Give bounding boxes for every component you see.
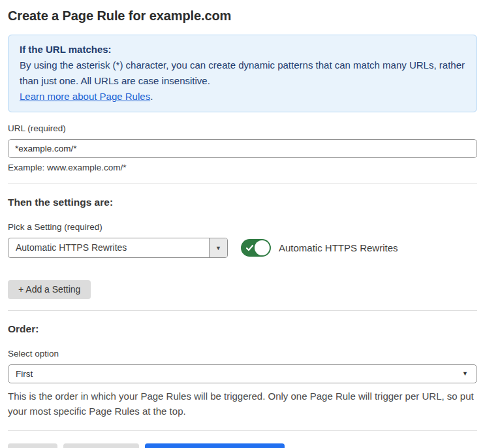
setting-picker-row: Automatic HTTPS Rewrites ▼ Automatic HTT…	[8, 238, 477, 258]
page-title: Create a Page Rule for example.com	[8, 8, 477, 24]
toggle-knob	[255, 240, 270, 255]
url-field-label: URL (required)	[8, 123, 477, 133]
order-help-text: This is the order in which your Page Rul…	[8, 389, 477, 419]
setting-dropdown[interactable]: Automatic HTTPS Rewrites ▼	[8, 238, 228, 258]
setting-toggle-group: Automatic HTTPS Rewrites	[241, 239, 398, 257]
setting-dropdown-caret-button[interactable]: ▼	[209, 238, 227, 257]
cancel-button[interactable]: Cancel	[8, 443, 57, 448]
order-select-value: First	[8, 365, 477, 383]
info-box-body: By using the asterisk (*) character, you…	[20, 57, 465, 89]
footer-actions: Cancel Save as Draft Save and Deploy Pag…	[8, 443, 477, 448]
toggle-label: Automatic HTTPS Rewrites	[279, 242, 398, 253]
order-section-heading: Order:	[8, 323, 477, 335]
save-and-deploy-button[interactable]: Save and Deploy Page Rule	[145, 443, 285, 448]
divider	[8, 430, 477, 431]
setting-dropdown-value: Automatic HTTPS Rewrites	[8, 238, 209, 257]
caret-down-icon: ▼	[462, 365, 468, 383]
url-matches-info-box: If the URL matches: By using the asteris…	[8, 35, 477, 112]
learn-more-page-rules-link[interactable]: Learn more about Page Rules	[20, 91, 150, 102]
info-box-heading: If the URL matches:	[20, 42, 465, 57]
url-example-hint: Example: www.example.com/*	[8, 163, 477, 172]
url-input[interactable]	[8, 139, 477, 158]
link-suffix-period: .	[150, 91, 153, 102]
pick-setting-label: Pick a Setting (required)	[8, 222, 477, 232]
info-box-link-line: Learn more about Page Rules.	[20, 89, 465, 104]
order-select[interactable]: First ▼	[8, 364, 477, 383]
save-as-draft-button[interactable]: Save as Draft	[63, 443, 140, 448]
create-page-rule-form: Create a Page Rule for example.com If th…	[0, 0, 485, 448]
divider	[8, 310, 477, 311]
caret-down-icon: ▼	[215, 245, 221, 251]
divider	[8, 184, 477, 184]
order-select-label: Select option	[8, 349, 477, 359]
add-setting-button[interactable]: + Add a Setting	[8, 280, 91, 299]
check-icon	[245, 244, 254, 252]
automatic-https-rewrites-toggle[interactable]	[241, 239, 271, 257]
settings-section-heading: Then the settings are:	[8, 197, 477, 208]
